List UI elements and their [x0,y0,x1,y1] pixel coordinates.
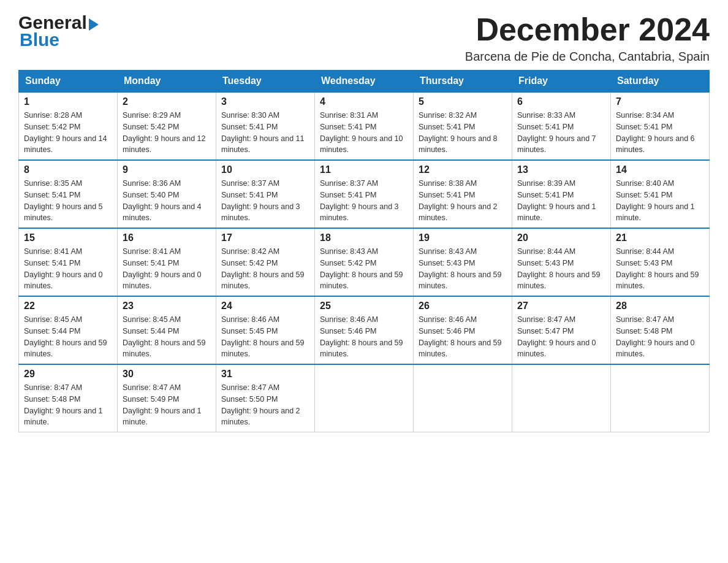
calendar-day-cell: 1 Sunrise: 8:28 AMSunset: 5:42 PMDayligh… [19,92,118,160]
calendar-week-row: 22 Sunrise: 8:45 AMSunset: 5:44 PMDaylig… [19,296,710,364]
day-number: 24 [221,301,309,312]
day-number: 17 [221,232,309,243]
day-number: 18 [320,232,408,243]
calendar-day-cell: 13 Sunrise: 8:39 AMSunset: 5:41 PMDaylig… [512,160,611,228]
month-title: December 2024 [465,12,710,47]
day-info: Sunrise: 8:41 AMSunset: 5:41 PMDaylight:… [24,247,103,290]
day-info: Sunrise: 8:31 AMSunset: 5:41 PMDaylight:… [320,111,403,154]
calendar-day-cell: 11 Sunrise: 8:37 AMSunset: 5:41 PMDaylig… [315,160,414,228]
calendar-header-saturday: Saturday [611,71,710,93]
calendar-day-cell: 17 Sunrise: 8:42 AMSunset: 5:42 PMDaylig… [216,228,315,296]
day-info: Sunrise: 8:46 AMSunset: 5:46 PMDaylight:… [320,315,403,358]
day-info: Sunrise: 8:44 AMSunset: 5:43 PMDaylight:… [517,247,601,290]
day-info: Sunrise: 8:44 AMSunset: 5:43 PMDaylight:… [616,247,699,290]
calendar-table: SundayMondayTuesdayWednesdayThursdayFrid… [18,70,710,432]
day-number: 14 [616,164,704,175]
day-info: Sunrise: 8:38 AMSunset: 5:41 PMDaylight:… [419,179,498,222]
day-info: Sunrise: 8:46 AMSunset: 5:45 PMDaylight:… [221,315,305,358]
calendar-day-cell [611,364,710,432]
day-number: 25 [320,301,408,312]
day-number: 15 [24,232,112,243]
day-number: 30 [123,369,211,380]
day-info: Sunrise: 8:47 AMSunset: 5:50 PMDaylight:… [221,383,300,426]
day-number: 21 [616,232,704,243]
calendar-day-cell: 14 Sunrise: 8:40 AMSunset: 5:41 PMDaylig… [611,160,710,228]
day-info: Sunrise: 8:37 AMSunset: 5:41 PMDaylight:… [221,179,300,222]
day-number: 3 [221,96,309,107]
day-number: 28 [616,301,704,312]
calendar-week-row: 29 Sunrise: 8:47 AMSunset: 5:48 PMDaylig… [19,364,710,432]
calendar-day-cell [512,364,611,432]
day-number: 2 [123,96,211,107]
calendar-header-tuesday: Tuesday [216,71,315,93]
calendar-day-cell: 5 Sunrise: 8:32 AMSunset: 5:41 PMDayligh… [414,92,512,160]
day-number: 16 [123,232,211,243]
day-number: 8 [24,164,112,175]
day-info: Sunrise: 8:42 AMSunset: 5:42 PMDaylight:… [221,247,305,290]
day-number: 22 [24,301,112,312]
day-number: 10 [221,164,309,175]
day-info: Sunrise: 8:28 AMSunset: 5:42 PMDaylight:… [24,111,107,154]
calendar-day-cell: 9 Sunrise: 8:36 AMSunset: 5:40 PMDayligh… [118,160,216,228]
day-info: Sunrise: 8:43 AMSunset: 5:42 PMDaylight:… [320,247,403,290]
day-info: Sunrise: 8:35 AMSunset: 5:41 PMDaylight:… [24,179,103,222]
day-number: 7 [616,96,704,107]
day-info: Sunrise: 8:46 AMSunset: 5:46 PMDaylight:… [419,315,502,358]
calendar-day-cell [315,364,414,432]
logo-blue-text: Blue [20,29,99,50]
calendar-day-cell: 7 Sunrise: 8:34 AMSunset: 5:41 PMDayligh… [611,92,710,160]
day-number: 9 [123,164,211,175]
title-area: December 2024 Barcena de Pie de Concha, … [465,12,710,64]
calendar-week-row: 1 Sunrise: 8:28 AMSunset: 5:42 PMDayligh… [19,92,710,160]
calendar-header-thursday: Thursday [414,71,512,93]
calendar-day-cell: 28 Sunrise: 8:47 AMSunset: 5:48 PMDaylig… [611,296,710,364]
calendar-day-cell: 30 Sunrise: 8:47 AMSunset: 5:49 PMDaylig… [118,364,216,432]
day-info: Sunrise: 8:47 AMSunset: 5:48 PMDaylight:… [24,383,103,426]
calendar-day-cell: 18 Sunrise: 8:43 AMSunset: 5:42 PMDaylig… [315,228,414,296]
day-info: Sunrise: 8:29 AMSunset: 5:42 PMDaylight:… [123,111,206,154]
calendar-week-row: 15 Sunrise: 8:41 AMSunset: 5:41 PMDaylig… [19,228,710,296]
day-info: Sunrise: 8:47 AMSunset: 5:47 PMDaylight:… [517,315,596,358]
calendar-header-friday: Friday [512,71,611,93]
day-number: 5 [419,96,507,107]
calendar-header-sunday: Sunday [19,71,118,93]
day-info: Sunrise: 8:43 AMSunset: 5:43 PMDaylight:… [419,247,502,290]
day-number: 29 [24,369,112,380]
day-info: Sunrise: 8:45 AMSunset: 5:44 PMDaylight:… [123,315,206,358]
calendar-day-cell: 2 Sunrise: 8:29 AMSunset: 5:42 PMDayligh… [118,92,216,160]
day-info: Sunrise: 8:32 AMSunset: 5:41 PMDaylight:… [419,111,498,154]
day-number: 19 [419,232,507,243]
calendar-day-cell: 19 Sunrise: 8:43 AMSunset: 5:43 PMDaylig… [414,228,512,296]
calendar-day-cell: 26 Sunrise: 8:46 AMSunset: 5:46 PMDaylig… [414,296,512,364]
day-info: Sunrise: 8:40 AMSunset: 5:41 PMDaylight:… [616,179,695,222]
day-number: 20 [517,232,605,243]
day-number: 13 [517,164,605,175]
day-number: 12 [419,164,507,175]
calendar-day-cell: 31 Sunrise: 8:47 AMSunset: 5:50 PMDaylig… [216,364,315,432]
day-number: 4 [320,96,408,107]
calendar-day-cell: 24 Sunrise: 8:46 AMSunset: 5:45 PMDaylig… [216,296,315,364]
calendar-header-monday: Monday [118,71,216,93]
day-info: Sunrise: 8:36 AMSunset: 5:40 PMDaylight:… [123,179,202,222]
calendar-day-cell: 10 Sunrise: 8:37 AMSunset: 5:41 PMDaylig… [216,160,315,228]
day-number: 26 [419,301,507,312]
calendar-day-cell: 29 Sunrise: 8:47 AMSunset: 5:48 PMDaylig… [19,364,118,432]
calendar-day-cell: 8 Sunrise: 8:35 AMSunset: 5:41 PMDayligh… [19,160,118,228]
day-info: Sunrise: 8:37 AMSunset: 5:41 PMDaylight:… [320,179,399,222]
calendar-day-cell: 22 Sunrise: 8:45 AMSunset: 5:44 PMDaylig… [19,296,118,364]
day-info: Sunrise: 8:33 AMSunset: 5:41 PMDaylight:… [517,111,596,154]
logo-arrow-icon [89,18,99,31]
calendar-day-cell: 6 Sunrise: 8:33 AMSunset: 5:41 PMDayligh… [512,92,611,160]
logo: General Blue [18,12,99,50]
day-info: Sunrise: 8:34 AMSunset: 5:41 PMDaylight:… [616,111,695,154]
day-number: 1 [24,96,112,107]
day-info: Sunrise: 8:41 AMSunset: 5:41 PMDaylight:… [123,247,202,290]
day-number: 31 [221,369,309,380]
calendar-day-cell: 21 Sunrise: 8:44 AMSunset: 5:43 PMDaylig… [611,228,710,296]
calendar-day-cell: 12 Sunrise: 8:38 AMSunset: 5:41 PMDaylig… [414,160,512,228]
calendar-day-cell: 4 Sunrise: 8:31 AMSunset: 5:41 PMDayligh… [315,92,414,160]
calendar-header-wednesday: Wednesday [315,71,414,93]
calendar-day-cell: 3 Sunrise: 8:30 AMSunset: 5:41 PMDayligh… [216,92,315,160]
day-info: Sunrise: 8:47 AMSunset: 5:49 PMDaylight:… [123,383,202,426]
day-number: 11 [320,164,408,175]
